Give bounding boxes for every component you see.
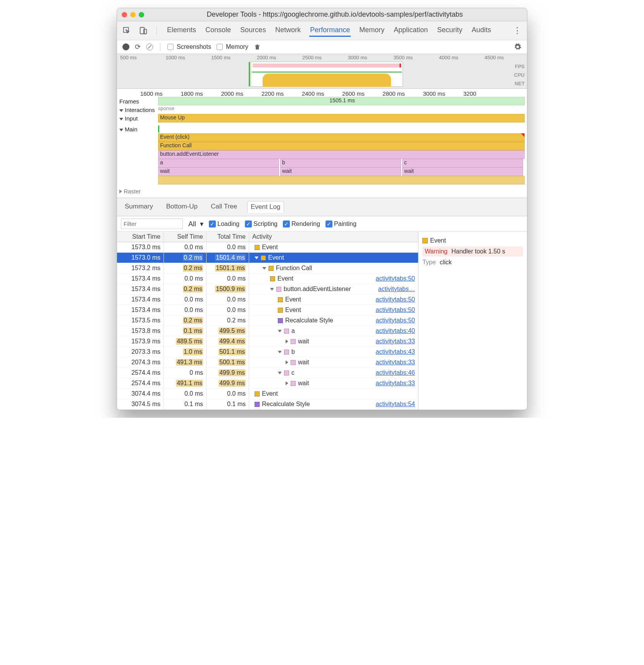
log-row[interactable]: 3074.4 ms0.0 ms0.0 ms Event [117, 389, 418, 399]
source-link[interactable]: activitytabs:50 [376, 307, 415, 313]
log-row[interactable]: 3074.5 ms0.1 ms0.1 ms Recalculate Stylea… [117, 399, 418, 410]
kebab-menu-icon[interactable]: ⋮ [513, 26, 522, 36]
source-link[interactable]: activitytabs:43 [376, 348, 415, 355]
divider [160, 43, 160, 51]
input-track-label[interactable]: Input [119, 115, 158, 122]
log-row[interactable]: 1573.0 ms0.0 ms0.0 ms Event [117, 242, 418, 253]
log-row[interactable]: 1573.4 ms0.0 ms0.0 ms Eventactivitytabs:… [117, 305, 418, 315]
raster-track-label[interactable]: Raster [119, 188, 158, 195]
log-row[interactable]: 1573.0 ms0.2 ms1501.4 ms Event [117, 253, 418, 263]
log-row[interactable]: 1573.2 ms0.2 ms1501.1 ms Function Call [117, 263, 418, 274]
source-link[interactable]: activitytabs:50 [376, 296, 415, 303]
record-button[interactable] [122, 43, 129, 50]
wait-bar[interactable]: wait [280, 167, 401, 176]
timeline-tick: 3200 [463, 90, 504, 97]
source-link[interactable]: activitytabs… [378, 286, 415, 292]
col-activity-header[interactable]: Activity [249, 232, 418, 242]
log-row[interactable]: 2574.4 ms0 ms499.9 ms cactivitytabs:46 [117, 368, 418, 378]
log-row[interactable]: 1573.4 ms0.0 ms0.0 ms Eventactivitytabs:… [117, 295, 418, 305]
event-log-table[interactable]: Start Time Self Time Total Time Activity… [117, 232, 418, 410]
minor-gc-bar[interactable] [158, 176, 525, 184]
divider [157, 27, 157, 34]
overview-metric-label: CPU [514, 71, 525, 79]
overview-selection[interactable] [251, 62, 403, 87]
filter-input[interactable] [121, 219, 183, 229]
source-link[interactable]: activitytabs:46 [376, 369, 415, 376]
main-track-label[interactable]: Main [119, 126, 158, 133]
overview-minimap[interactable]: 500 ms1000 ms1500 ms2000 ms2500 ms3000 m… [117, 54, 527, 89]
wait-bar[interactable]: wait [402, 167, 523, 176]
type-value: click [440, 259, 452, 265]
detail-tab-call-tree[interactable]: Call Tree [208, 201, 240, 213]
tab-performance[interactable]: Performance [309, 24, 351, 37]
overview-tick: 2500 ms [299, 55, 345, 60]
frame-bar[interactable]: 1505.1 ms [158, 97, 525, 105]
memory-checkbox[interactable]: Memory [217, 43, 248, 50]
detail-tab-bottom-up[interactable]: Bottom-Up [163, 201, 201, 213]
clear-button[interactable] [146, 43, 153, 50]
perf-toolbar: ⟳ Screenshots Memory [117, 40, 527, 54]
log-row[interactable]: 2574.4 ms491.1 ms499.9 ms waitactivityta… [117, 378, 418, 389]
source-link[interactable]: activitytabs:40 [376, 327, 415, 334]
interactions-track-label[interactable]: Interactions [119, 107, 158, 113]
log-row[interactable]: 2073.3 ms1.0 ms501.1 ms bactivitytabs:43 [117, 347, 418, 357]
inspect-icon[interactable] [122, 26, 131, 35]
col-start-header[interactable]: Start Time [117, 232, 164, 242]
wait-bar[interactable]: wait [158, 167, 279, 176]
source-link[interactable]: activitytabs:50 [376, 275, 415, 282]
timeline-ruler: 1600 ms1800 ms2000 ms2200 ms2400 ms2600 … [117, 89, 527, 97]
tab-audits[interactable]: Audits [471, 24, 492, 37]
fn-a-bar[interactable]: a [158, 159, 279, 167]
detail-tab-summary[interactable]: Summary [122, 201, 156, 213]
filter-scripting-checkbox[interactable]: ✓Scripting [245, 221, 277, 227]
flame-chart[interactable]: Frames 1505.1 ms Interactions sponse Inp… [117, 97, 527, 198]
trash-icon[interactable] [254, 43, 261, 50]
log-row[interactable]: 1573.5 ms0.2 ms0.2 ms Recalculate Stylea… [117, 315, 418, 326]
long-task-warning-icon [521, 133, 525, 137]
tab-application[interactable]: Application [393, 24, 429, 37]
fn-c-bar[interactable]: c [402, 159, 523, 167]
tab-memory[interactable]: Memory [358, 24, 385, 37]
source-link[interactable]: activitytabs:33 [376, 380, 415, 386]
overview-tick: 3000 ms [345, 55, 391, 60]
fn-b-bar[interactable]: b [280, 159, 401, 167]
traffic-minimize[interactable] [130, 12, 136, 17]
detail-tab-event-log[interactable]: Event Log [247, 201, 284, 213]
log-row[interactable]: 1573.8 ms0.1 ms499.5 ms aactivitytabs:40 [117, 326, 418, 336]
traffic-close[interactable] [122, 12, 127, 17]
tab-network[interactable]: Network [274, 24, 301, 37]
log-row[interactable]: 1573.4 ms0.0 ms0.0 ms Eventactivitytabs:… [117, 274, 418, 284]
source-link[interactable]: activitytabs:50 [376, 317, 415, 324]
event-details-pane: Event WarningHandler took 1.50 s Typecli… [418, 232, 527, 410]
tab-sources[interactable]: Sources [239, 24, 267, 37]
add-listener-bar[interactable]: button.addEventListener [158, 150, 525, 159]
traffic-maximize[interactable] [139, 12, 144, 17]
settings-gear-icon[interactable] [514, 43, 522, 51]
tab-security[interactable]: Security [436, 24, 463, 37]
log-row[interactable]: 1573.4 ms0.2 ms1500.9 ms button.addEvent… [117, 284, 418, 295]
log-row[interactable]: 1573.9 ms489.5 ms499.4 ms waitactivityta… [117, 336, 418, 347]
device-icon[interactable] [139, 26, 147, 35]
type-label: Type [422, 259, 436, 265]
input-bar[interactable]: Mouse Up [158, 114, 525, 122]
overview-tick: 3500 ms [390, 55, 436, 60]
col-total-header[interactable]: Total Time [206, 232, 249, 242]
reload-button[interactable]: ⟳ [135, 43, 141, 51]
tab-console[interactable]: Console [205, 24, 232, 37]
log-row[interactable]: 2074.3 ms491.3 ms500.1 ms waitactivityta… [117, 357, 418, 368]
filter-loading-checkbox[interactable]: ✓Loading [209, 221, 239, 227]
event-click-bar[interactable]: Event (click) [158, 133, 525, 142]
function-call-bar[interactable]: Function Call [158, 142, 525, 150]
event-color-swatch [422, 238, 428, 243]
tab-elements[interactable]: Elements [166, 24, 197, 37]
filter-rendering-checkbox[interactable]: ✓Rendering [283, 221, 320, 227]
col-self-header[interactable]: Self Time [164, 232, 206, 242]
overview-tick: 500 ms [117, 55, 163, 60]
source-link[interactable]: activitytabs:33 [376, 338, 415, 345]
devtools-window: Developer Tools - https://googlechrome.g… [117, 8, 527, 410]
filter-painting-checkbox[interactable]: ✓Painting [325, 221, 356, 227]
category-all-dropdown[interactable]: All ▾ [188, 220, 203, 228]
source-link[interactable]: activitytabs:33 [376, 359, 415, 365]
screenshots-checkbox[interactable]: Screenshots [167, 43, 211, 50]
source-link[interactable]: activitytabs:54 [376, 401, 415, 407]
